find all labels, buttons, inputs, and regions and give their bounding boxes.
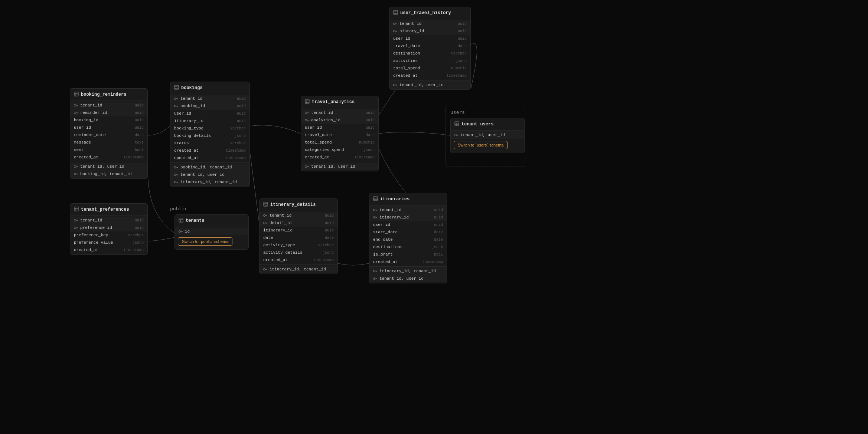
field-row-itineraries-10: tenant_id, user_id [369, 275, 447, 282]
field-name-booking_reminders-3: user_id [74, 125, 91, 130]
field-type-travel_analytics-1: uuid [366, 118, 375, 122]
field-row-travel_analytics-4: total_spend numeric [301, 139, 378, 146]
field-name-booking_reminders-6: sent [74, 148, 84, 152]
field-name-bookings-5: booking_details [174, 134, 211, 138]
field-type-booking_reminders-2: uuid [135, 118, 144, 122]
table-tenant_preferences: tenant_preferences tenant_id uuid prefer… [70, 203, 148, 255]
schema-label-1: users [450, 109, 465, 115]
field-row-travel_analytics-1: analytics_id uuid [301, 116, 378, 124]
field-name-user_travel_history-1: history_id [399, 29, 424, 33]
key-icon [393, 30, 398, 33]
field-type-bookings-8: timestamp [226, 156, 246, 160]
field-row-user_travel_history-0: tenant_id uuid [389, 20, 470, 27]
field-row-booking_reminders-2: booking_id uuid [70, 116, 147, 124]
switch-schema-button-tenant_users[interactable]: Switch to `users` schema [454, 141, 508, 149]
table-title-user_travel_history: user_travel_history [400, 10, 451, 16]
field-row-bookings-8: updated_at timestamp [170, 154, 249, 162]
field-row-bookings-4: booking_type varchar [170, 125, 249, 132]
table-itineraries: itineraries tenant_id uuid itinerary_id … [369, 193, 447, 283]
field-row-booking_reminders-4: reminder_date date [70, 131, 147, 139]
field-type-user_travel_history-3: date [458, 44, 467, 48]
schema-label-0: public [170, 206, 187, 211]
field-left-itineraries-6: is_draft [373, 252, 393, 257]
field-type-travel_analytics-3: date [366, 133, 375, 137]
separator-itineraries-8 [369, 266, 447, 267]
field-type-user_travel_history-0: uuid [458, 22, 467, 26]
field-row-itineraries-3: start_date date [369, 228, 447, 236]
field-row-itineraries-1: itinerary_id uuid [369, 214, 447, 221]
field-row-user_travel_history-2: user_id uuid [389, 35, 470, 42]
field-row-booking_reminders-7: created_at timestamp [70, 154, 147, 161]
field-name-booking_reminders-9: tenant_id, user_id [80, 164, 124, 169]
field-row-booking_reminders-10: booking_id, tenant_id [70, 170, 147, 178]
field-left-itineraries-7: created_at [373, 260, 398, 264]
field-left-booking_reminders-7: created_at [74, 155, 98, 160]
table-body-user_travel_history: tenant_id uuid history_id uuid user_id u… [389, 19, 470, 89]
field-row-itinerary_details-2: itinerary_id uuid [260, 227, 337, 234]
field-type-itineraries-0: uuid [434, 208, 443, 212]
table-header-booking_reminders: booking_reminders [70, 89, 147, 101]
field-row-tenant_preferences-0: tenant_id uuid [70, 217, 147, 224]
field-row-itineraries-4: end_date date [369, 236, 447, 243]
svg-rect-61 [74, 207, 78, 211]
switch-schema-button-tenants[interactable]: Switch to `public` schema [178, 237, 232, 246]
field-name-tenant_preferences-3: preference_value [74, 240, 113, 245]
field-row-travel_analytics-0: tenant_id uuid [301, 109, 378, 116]
field-name-tenants-0: id [185, 229, 190, 234]
table-icon [305, 99, 310, 105]
field-row-bookings-1: booking_id uuid [170, 102, 249, 110]
key-icon [74, 111, 78, 114]
field-left-tenant_preferences-1: preference_id [74, 226, 112, 230]
field-left-bookings-10: booking_id, tenant_id [174, 165, 232, 170]
table-icon [263, 202, 268, 208]
field-type-itineraries-5: jsonb [432, 245, 443, 249]
key-icon [373, 277, 378, 280]
field-type-booking_reminders-0: uuid [135, 103, 144, 108]
field-name-tenant_preferences-2: preference_key [74, 233, 108, 237]
field-left-travel_analytics-2: user_id [305, 125, 322, 130]
field-name-travel_analytics-2: user_id [305, 125, 322, 130]
field-name-user_travel_history-4: destination [393, 51, 420, 56]
key-icon [305, 111, 309, 114]
svg-point-42 [174, 174, 176, 176]
field-left-itineraries-4: end_date [373, 237, 393, 242]
field-name-itineraries-1: itinerary_id [379, 215, 409, 220]
field-name-booking_reminders-7: created_at [74, 155, 98, 160]
key-icon [174, 97, 179, 100]
field-row-itinerary_details-4: activity_type varchar [260, 241, 337, 249]
field-row-booking_reminders-3: user_id uuid [70, 124, 147, 131]
field-name-booking_reminders-5: message [74, 140, 91, 145]
field-type-tenant_preferences-0: uuid [135, 218, 144, 223]
field-left-itineraries-5: destinations [373, 245, 402, 249]
key-icon [305, 119, 309, 122]
field-row-tenant_preferences-2: preference_key varchar [70, 231, 147, 239]
field-left-bookings-12: itinerary_id, tenant_id [174, 180, 237, 184]
field-row-bookings-2: user_id uuid [170, 110, 249, 117]
field-left-user_travel_history-4: destination [393, 51, 420, 56]
field-left-tenant_preferences-3: preference_value [74, 240, 113, 245]
field-left-travel_analytics-5: categories_spend [305, 148, 344, 152]
field-left-tenants-0: id [179, 229, 190, 234]
field-left-bookings-7: created_at [174, 148, 199, 153]
field-row-user_travel_history-4: destination varchar [389, 50, 470, 57]
svg-point-7 [394, 30, 395, 32]
field-name-tenant_preferences-1: preference_id [80, 226, 112, 230]
field-left-travel_analytics-4: total_spend [305, 140, 332, 145]
field-type-bookings-0: uuid [237, 97, 246, 101]
field-row-itineraries-6: is_draft bool [369, 251, 447, 258]
table-booking_reminders: booking_reminders tenant_id uuid reminde… [70, 88, 148, 179]
table-icon [373, 196, 378, 202]
separator-booking_reminders-8 [70, 162, 147, 162]
key-icon [74, 172, 78, 175]
field-left-user_travel_history-6: total_spend [393, 66, 420, 70]
svg-point-10 [394, 84, 395, 86]
field-row-booking_reminders-5: message text [70, 139, 147, 146]
key-icon [263, 214, 268, 217]
field-left-booking_reminders-4: reminder_date [74, 133, 106, 137]
svg-point-45 [174, 181, 176, 183]
field-name-booking_reminders-0: tenant_id [80, 103, 102, 108]
field-type-itinerary_details-0: uuid [325, 214, 334, 218]
svg-point-75 [179, 231, 181, 233]
canvas: user_travel_history tenant_id uuid histo… [0, 0, 868, 434]
field-type-bookings-6: varchar [230, 141, 246, 145]
